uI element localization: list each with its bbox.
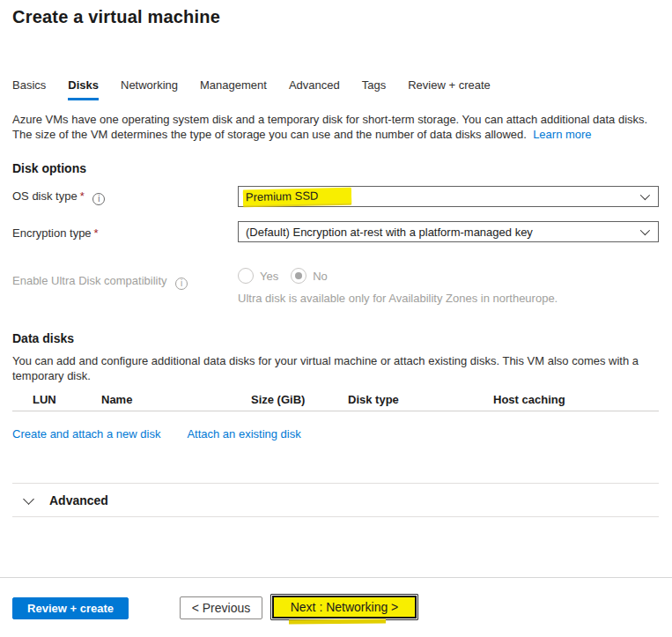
next-networking-button[interactable]: Next : Networking > (272, 596, 417, 618)
column-header-host-caching: Host caching (493, 393, 565, 406)
tab-review-create[interactable]: Review + create (408, 78, 491, 100)
data-disks-table-header: LUN Name Size (GiB) Disk type Host cachi… (12, 391, 659, 411)
tab-management[interactable]: Management (200, 78, 267, 100)
tab-disks[interactable]: Disks (68, 78, 99, 100)
disks-intro-text: Azure VMs have one operating system disk… (12, 112, 664, 142)
divider (12, 483, 659, 484)
disk-options-heading: Disk options (12, 161, 86, 175)
tab-tags[interactable]: Tags (362, 78, 386, 100)
os-disk-type-dropdown[interactable]: Premium SSD (238, 186, 659, 207)
advanced-section-toggle[interactable]: Advanced (12, 493, 108, 507)
radio-no-label: No (313, 270, 328, 283)
create-new-disk-link[interactable]: Create and attach a new disk (12, 427, 160, 441)
encryption-type-value: (Default) Encryption at-rest with a plat… (246, 226, 533, 239)
info-icon[interactable]: i (92, 193, 105, 205)
info-icon[interactable]: i (175, 278, 188, 290)
previous-button[interactable]: < Previous (180, 596, 262, 619)
create-vm-page: Create a virtual machine Basics Disks Ne… (0, 0, 672, 637)
ultra-disk-helper-text: Ultra disk is available only for Availab… (238, 292, 558, 305)
page-title: Create a virtual machine (12, 7, 220, 27)
radio-yes-label: Yes (260, 270, 278, 283)
chevron-down-icon (640, 226, 650, 235)
radio-selected-icon (291, 268, 306, 284)
chevron-down-icon (640, 190, 650, 200)
ultra-disk-radio-yes[interactable]: Yes (238, 268, 278, 284)
column-header-size: Size (GiB) (251, 393, 305, 406)
wizard-tabs: Basics Disks Networking Management Advan… (12, 78, 491, 100)
column-header-lun: LUN (33, 393, 56, 406)
data-disks-heading: Data disks (12, 331, 74, 345)
tab-advanced[interactable]: Advanced (289, 78, 340, 100)
tab-networking[interactable]: Networking (121, 78, 178, 100)
divider (12, 516, 659, 517)
highlight-marker-smear (289, 618, 386, 624)
next-networking-button-frame: Next : Networking > (270, 594, 418, 620)
os-disk-type-value: Premium SSD (243, 188, 352, 206)
advanced-section-label: Advanced (49, 493, 108, 507)
required-asterisk: * (80, 189, 85, 203)
footer-divider (0, 577, 672, 578)
column-header-disk-type: Disk type (348, 393, 399, 406)
ultra-disk-radio-no[interactable]: No (291, 268, 328, 284)
column-header-name: Name (101, 393, 132, 406)
encryption-type-label: Encryption type* (12, 226, 99, 240)
encryption-type-dropdown[interactable]: (Default) Encryption at-rest with a plat… (238, 221, 659, 242)
review-create-button[interactable]: Review + create (12, 597, 129, 619)
os-disk-type-label: OS disk type* i (12, 189, 105, 205)
ultra-disk-radio-group: Yes No (238, 268, 328, 284)
chevron-down-icon (23, 493, 34, 505)
required-asterisk: * (94, 226, 99, 240)
data-disk-links: Create and attach a new disk Attach an e… (12, 427, 301, 441)
tab-basics[interactable]: Basics (12, 78, 46, 100)
radio-unselected-icon (238, 268, 254, 284)
attach-existing-disk-link[interactable]: Attach an existing disk (187, 427, 300, 441)
learn-more-link[interactable]: Learn more (533, 128, 591, 141)
data-disks-description: You can add and configure additional dat… (12, 353, 650, 383)
ultra-disk-label: Enable Ultra Disk compatibility i (12, 274, 188, 290)
